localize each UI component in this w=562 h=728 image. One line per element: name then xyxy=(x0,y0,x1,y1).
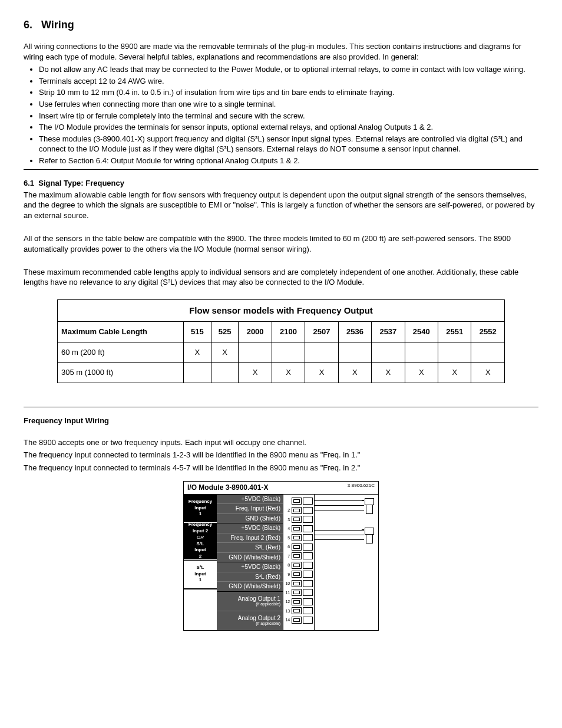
wiring-diagram: I/O Module 3-8900.401-X 3-8900.621C Freq… xyxy=(183,481,379,630)
bullet-item: Do not allow any AC leads that may be co… xyxy=(39,64,538,75)
table-col: 525 xyxy=(211,322,239,342)
table-col: 2100 xyxy=(272,322,305,342)
table-col: 2507 xyxy=(305,322,338,342)
table-row: 305 m (1000 ft) X X X X X X X X xyxy=(58,363,505,383)
diagram-group-label: S³L Input 1 xyxy=(184,560,217,589)
freq-wiring-para: The frequency input connected to termina… xyxy=(24,450,538,460)
subsection-para: The maximum allowable cable length for f… xyxy=(24,190,538,221)
table-row: 60 m (200 ft) X X xyxy=(58,342,505,363)
intro-bullet-list: Do not allow any AC leads that may be co… xyxy=(39,64,538,166)
terminal-block: 2 3 4 5 6 7 8 9 10 11 12 13 14 xyxy=(283,495,315,630)
table-caption: Flow sensor models with Frequency Output xyxy=(58,299,505,321)
freq-wiring-para: The frequency input connected to termina… xyxy=(24,463,538,473)
section-number: 6. xyxy=(24,19,32,31)
table-col: 2552 xyxy=(471,322,505,342)
bullet-item: Terminals accept 12 to 24 AWG wire. xyxy=(39,76,538,87)
bullet-item: Use ferrules when connecting more than o… xyxy=(39,99,538,110)
subsection-para: All of the sensors in the table below ar… xyxy=(24,233,538,254)
diagram-group-label: Frequency Input 1 xyxy=(184,495,217,523)
freq-wiring-para: The 8900 accepts one or two frequency in… xyxy=(24,437,538,448)
diagram-group-label-blank xyxy=(184,589,217,627)
table-col: 2540 xyxy=(405,322,438,342)
section-title-text: Wiring xyxy=(41,19,74,31)
sensor-icon xyxy=(364,498,375,514)
external-sensors xyxy=(315,495,378,630)
section-heading: 6. Wiring xyxy=(24,18,538,32)
table-col: 2551 xyxy=(438,322,471,342)
diagram-code: 3-8900.621C xyxy=(348,483,375,492)
sensor-icon xyxy=(364,528,375,543)
table-col: 2000 xyxy=(239,322,272,342)
bullet-item: Refer to Section 6.4: Output Module for … xyxy=(39,156,538,166)
subsection-para: These maximum recommended cable lengths … xyxy=(24,267,538,288)
bullet-item: Insert wire tip or ferrule completely in… xyxy=(39,111,538,121)
freq-wiring-heading: Frequency Input Wiring xyxy=(24,416,538,426)
diagram-group-label: Frequency Input 2 OR S³L Input 2 xyxy=(184,523,217,560)
divider xyxy=(24,407,538,407)
intro-paragraph: All wiring connections to the 8900 are m… xyxy=(24,41,538,62)
bullet-item: Strip 10 mm to 12 mm (0.4 in. to 0.5 in.… xyxy=(39,87,538,98)
table-col: 2536 xyxy=(338,322,371,342)
diagram-title: I/O Module 3-8900.401-X xyxy=(187,483,268,492)
bullet-item: The I/O Module provides the terminals fo… xyxy=(39,122,538,133)
signal-labels: +5VDC (Black) Freq. Input (Red) GND (Shi… xyxy=(217,495,283,630)
flow-sensor-table: Flow sensor models with Frequency Output… xyxy=(57,299,505,383)
table-col: 515 xyxy=(183,322,211,342)
divider xyxy=(24,169,538,170)
subsection-heading: 6.1 Signal Type: Frequency xyxy=(24,178,538,189)
table-row-header: Maximum Cable Length xyxy=(58,322,184,342)
bullet-item: These modules (3-8900.401-X) support fre… xyxy=(39,134,538,154)
table-col: 2537 xyxy=(372,322,405,342)
